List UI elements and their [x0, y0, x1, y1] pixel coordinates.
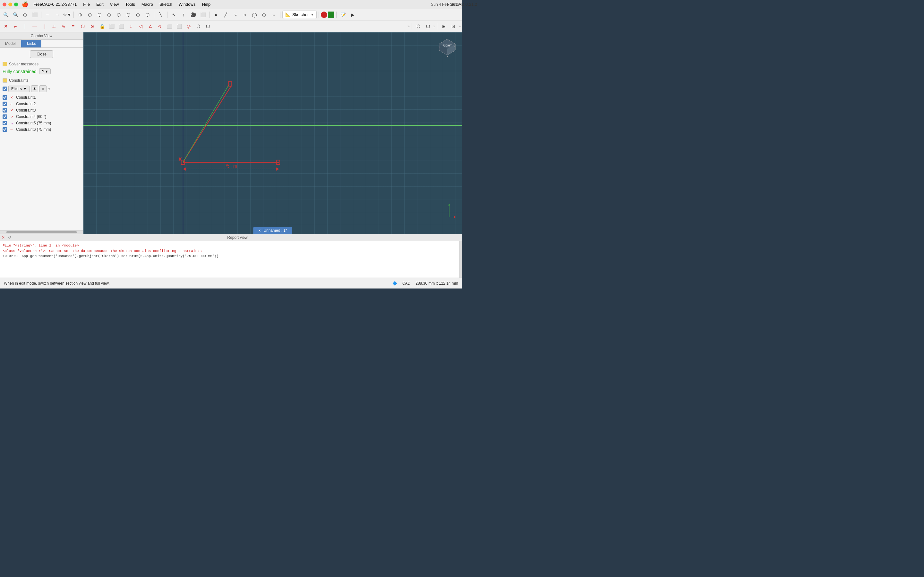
- ellipse-button[interactable]: ◯: [250, 11, 259, 19]
- constraint-item[interactable]: ↔Constraint6 (75 mm): [3, 127, 81, 132]
- filters-button[interactable]: Filters ▼: [8, 85, 30, 92]
- sketcher-dropdown[interactable]: 📐 Sketcher ▼: [282, 11, 317, 19]
- menu-help[interactable]: Help: [199, 2, 213, 7]
- copy-btn[interactable]: ⬡: [194, 22, 203, 31]
- maximize-window-button[interactable]: [14, 3, 18, 6]
- canvas-area[interactable]: 75 mm ✕ RIGHT ‹ › ∨: [83, 32, 462, 234]
- fix-vertical-btn[interactable]: ⬜: [117, 22, 126, 31]
- tab-tasks[interactable]: Tasks: [21, 40, 42, 47]
- tab-model[interactable]: Model: [0, 40, 21, 47]
- top-view-button[interactable]: ⬡: [105, 11, 113, 19]
- report-reload-button[interactable]: ↺: [6, 234, 13, 241]
- right-view-button[interactable]: ⬡: [114, 11, 123, 19]
- constraint-checkbox[interactable]: [3, 127, 7, 132]
- play-button[interactable]: ▶: [348, 11, 357, 19]
- toolbar-more-right[interactable]: »: [407, 24, 410, 29]
- constraint-item[interactable]: ✕Constraint3: [3, 108, 81, 113]
- menu-edit[interactable]: Edit: [94, 2, 106, 7]
- block-btn[interactable]: ⊗: [88, 22, 97, 31]
- left-view-button[interactable]: ⬡: [143, 11, 152, 19]
- angle-btn[interactable]: ∠: [145, 22, 155, 31]
- internal-angle-btn[interactable]: ∢: [155, 22, 164, 31]
- menu-sketch[interactable]: Sketch: [157, 2, 175, 7]
- minimize-window-button[interactable]: [8, 3, 12, 6]
- menu-macro[interactable]: Macro: [139, 2, 156, 7]
- close-button[interactable]: Close: [30, 50, 53, 58]
- constraint-item[interactable]: ↘Constraint5 (75 mm): [3, 121, 81, 126]
- bottom-view-button[interactable]: ⬡: [134, 11, 142, 19]
- more-button[interactable]: »: [269, 11, 278, 19]
- point-button[interactable]: ●: [212, 11, 220, 19]
- pointer-button[interactable]: ↖: [170, 11, 178, 19]
- fix-horizontal-btn[interactable]: ⬜: [107, 22, 116, 31]
- forward-button[interactable]: →: [53, 11, 62, 19]
- grid-btn[interactable]: ⊞: [439, 22, 448, 31]
- scrollbar-thumb[interactable]: [6, 231, 77, 234]
- trim-btn[interactable]: ⬡: [423, 22, 433, 31]
- section-button[interactable]: ⬜: [198, 11, 207, 19]
- vertical-btn[interactable]: |: [21, 22, 29, 31]
- symmetric-btn[interactable]: ⬡: [78, 22, 87, 31]
- settings-button[interactable]: ✕: [39, 85, 47, 92]
- lock-btn[interactable]: 🔒: [97, 22, 107, 31]
- nav-cube[interactable]: RIGHT ‹ › ∨: [438, 37, 457, 57]
- toolbar-more-right-2[interactable]: »: [433, 24, 435, 29]
- view-line-button[interactable]: ╲: [156, 11, 165, 19]
- constraint-checkbox[interactable]: [3, 95, 7, 100]
- macro-button[interactable]: 📝: [338, 11, 347, 19]
- zoom-fit-button[interactable]: 🔍: [11, 11, 20, 19]
- constraint-item[interactable]: ⌐Constraint2: [3, 101, 81, 106]
- view3d-button[interactable]: ⬡: [21, 11, 29, 19]
- radius-btn[interactable]: ◁: [136, 22, 145, 31]
- front-view-button[interactable]: ⬡: [95, 11, 104, 19]
- tangent-btn[interactable]: ∿: [59, 22, 68, 31]
- constrain-block-btn[interactable]: ⬜: [165, 22, 174, 31]
- external-btn[interactable]: ◎: [184, 22, 193, 31]
- drive-btn[interactable]: ⬜: [174, 22, 184, 31]
- constraint-item[interactable]: ✕Constraint1: [3, 95, 81, 100]
- constraint-item[interactable]: ↗Constraint4 (60 °): [3, 114, 81, 119]
- equal-btn[interactable]: =: [69, 22, 78, 31]
- dimension-btn[interactable]: ↕: [126, 22, 136, 31]
- line-button[interactable]: ╱: [221, 11, 230, 19]
- bezier-button[interactable]: ∿: [231, 11, 240, 19]
- filters-checkbox[interactable]: [3, 87, 7, 91]
- polyline-button[interactable]: ⬡: [260, 11, 268, 19]
- doc-tab-unnamed[interactable]: ✕ Unnamed : 1*: [253, 227, 292, 234]
- doc-tab-close-icon[interactable]: ✕: [258, 229, 261, 232]
- perpendicular-btn[interactable]: ⊥: [49, 22, 58, 31]
- select-btn[interactable]: ⬡: [414, 22, 423, 31]
- constraint-checkbox[interactable]: [3, 102, 7, 106]
- home-view-button[interactable]: ⬡: [86, 11, 94, 19]
- visibility-button[interactable]: 👁: [31, 85, 38, 92]
- menu-tools[interactable]: Tools: [123, 2, 137, 7]
- rear-view-button[interactable]: ⬡: [124, 11, 133, 19]
- back-button[interactable]: ←: [43, 11, 52, 19]
- menu-file[interactable]: File: [81, 2, 92, 7]
- report-scrollbar[interactable]: [459, 241, 462, 277]
- parallel-btn[interactable]: ∥: [40, 22, 49, 31]
- circle-button[interactable]: ○: [240, 11, 249, 19]
- menu-view[interactable]: View: [107, 2, 121, 7]
- linear-pattern-btn[interactable]: ⬡: [204, 22, 212, 31]
- horizontal-btn[interactable]: —: [30, 22, 39, 31]
- apple-menu[interactable]: 🍎: [22, 1, 28, 7]
- close-window-button[interactable]: [3, 3, 6, 6]
- search-button[interactable]: 🔍: [1, 11, 10, 19]
- coincident-btn[interactable]: ✕: [1, 22, 10, 31]
- report-close-button[interactable]: ✕: [0, 234, 6, 241]
- menu-windows[interactable]: Windows: [176, 2, 198, 7]
- constraint-checkbox[interactable]: [3, 121, 7, 125]
- point-on-object-btn[interactable]: ⌐: [11, 22, 20, 31]
- refresh-button[interactable]: ↻ ▼: [39, 68, 51, 74]
- record-button[interactable]: [321, 11, 327, 18]
- arrow-button[interactable]: ↑: [179, 11, 188, 19]
- camera-button[interactable]: 🎥: [189, 11, 198, 19]
- stop-button[interactable]: [328, 11, 334, 18]
- toolbar-more-right-3[interactable]: »: [459, 24, 461, 29]
- zoom-button[interactable]: ⊕: [76, 11, 85, 19]
- nav-dropdown-button[interactable]: ☆▼: [63, 11, 71, 19]
- constraint-checkbox[interactable]: [3, 108, 7, 113]
- bounding-box-button[interactable]: ⬜: [30, 11, 39, 19]
- snap-btn[interactable]: ⊡: [449, 22, 458, 31]
